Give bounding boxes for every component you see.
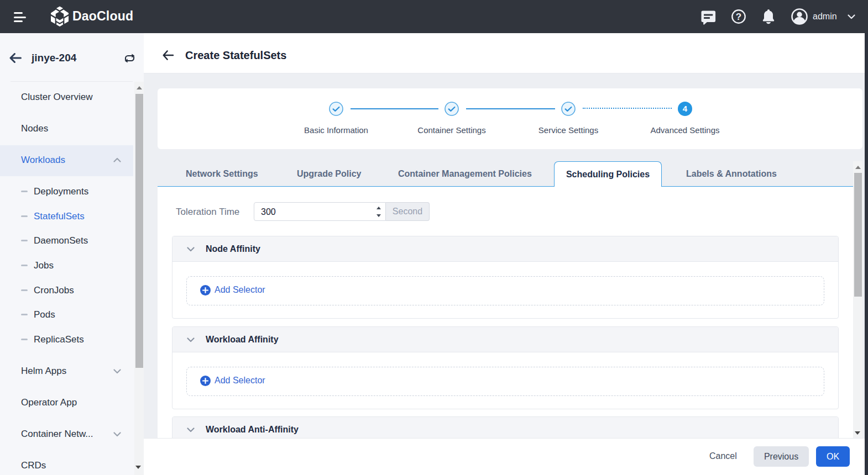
- svg-text:?: ?: [736, 12, 741, 22]
